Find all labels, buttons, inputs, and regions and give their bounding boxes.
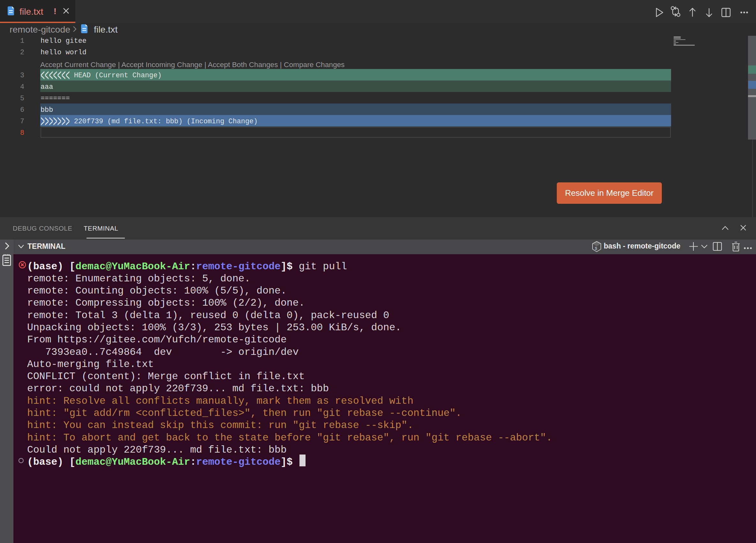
svg-text:$: $ [595, 246, 597, 251]
